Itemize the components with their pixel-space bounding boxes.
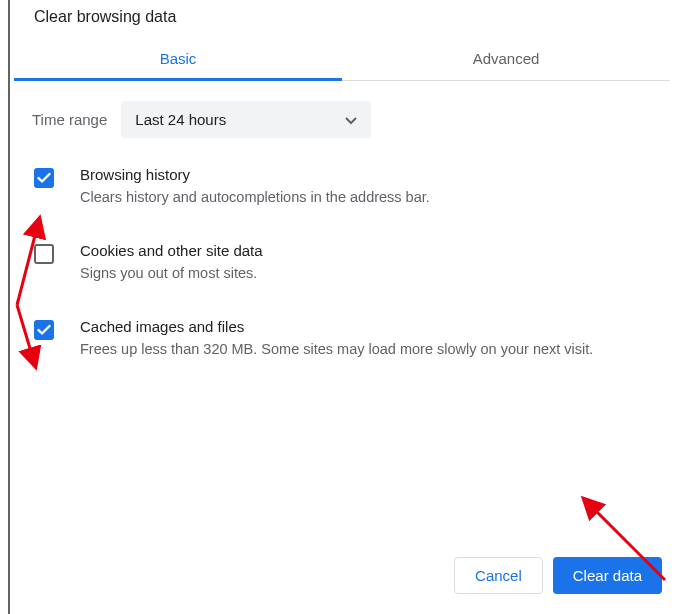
check-icon: [37, 172, 51, 184]
time-range-label: Time range: [32, 111, 107, 128]
option-desc: Frees up less than 320 MB. Some sites ma…: [80, 339, 658, 360]
option-cookies: Cookies and other site data Signs you ou…: [32, 242, 658, 284]
check-icon: [37, 324, 51, 336]
clear-browsing-data-dialog: Clear browsing data Basic Advanced Time …: [8, 0, 680, 614]
tab-advanced[interactable]: Advanced: [342, 36, 670, 80]
option-title: Browsing history: [80, 166, 658, 183]
option-title: Cookies and other site data: [80, 242, 658, 259]
option-texts: Cookies and other site data Signs you ou…: [80, 242, 658, 284]
checkbox-browsing-history[interactable]: [34, 168, 54, 188]
option-browsing-history: Browsing history Clears history and auto…: [32, 166, 658, 208]
chevron-down-icon: [345, 111, 357, 128]
clear-data-button[interactable]: Clear data: [553, 557, 662, 594]
clear-data-button-label: Clear data: [573, 567, 642, 584]
checkbox-cached[interactable]: [34, 320, 54, 340]
option-texts: Browsing history Clears history and auto…: [80, 166, 658, 208]
time-range-select[interactable]: Last 24 hours: [121, 101, 371, 138]
time-range-selected: Last 24 hours: [135, 111, 226, 128]
option-desc: Clears history and autocompletions in th…: [80, 187, 658, 208]
option-cached: Cached images and files Frees up less th…: [32, 318, 658, 360]
option-title: Cached images and files: [80, 318, 658, 335]
tab-basic-label: Basic: [160, 50, 197, 67]
tab-advanced-label: Advanced: [473, 50, 540, 67]
cancel-button-label: Cancel: [475, 567, 522, 584]
cancel-button[interactable]: Cancel: [454, 557, 543, 594]
dialog-title: Clear browsing data: [10, 0, 680, 36]
option-texts: Cached images and files Frees up less th…: [80, 318, 658, 360]
tab-basic[interactable]: Basic: [14, 36, 342, 80]
dialog-footer: Cancel Clear data: [10, 543, 680, 614]
tab-bar: Basic Advanced: [14, 36, 670, 81]
option-desc: Signs you out of most sites.: [80, 263, 658, 284]
time-range-row: Time range Last 24 hours: [32, 101, 658, 138]
dialog-body: Time range Last 24 hours Browsing histor…: [10, 81, 680, 543]
checkbox-cookies[interactable]: [34, 244, 54, 264]
